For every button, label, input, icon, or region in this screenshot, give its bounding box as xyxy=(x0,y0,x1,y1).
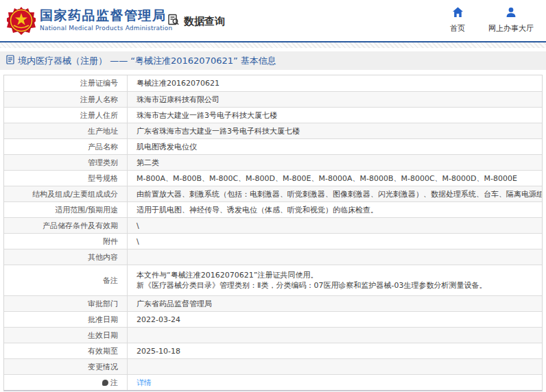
field-label: 备注 xyxy=(4,265,128,295)
field-value: 由前置放大器、刺激系统（包括：电刺激器、听觉刺激器、图像刺激器、闪光刺激器）、数… xyxy=(128,186,542,201)
field-label: 有效期至 xyxy=(4,343,128,358)
table-row-note: 注 详情 xyxy=(4,374,542,390)
field-label: 结构及组成/主要组成成分 xyxy=(4,186,128,201)
table-row: 产品名称 肌电图诱发电位仪 xyxy=(4,138,542,154)
page-header: 国家药品监督管理局 National Medical Products Admi… xyxy=(0,0,546,41)
table-row: 有效期至 2025-10-18 xyxy=(4,343,542,358)
field-label: 注 xyxy=(4,375,128,390)
table-row: 注册人住所 珠海市吉大建业一路3号电子科技大厦七楼 xyxy=(4,107,542,123)
data-query-label: 数据查询 xyxy=(184,15,225,28)
table-row-remark: 备注 本文件与“粤械注准20162070621”注册证共同使用。 新《医疗器械分… xyxy=(4,265,542,295)
hatch-pattern-band xyxy=(0,42,546,48)
table-row: 变更情况 xyxy=(4,358,542,374)
home-icon xyxy=(452,7,464,21)
nav-item-service-hall[interactable]: 网上办事大厅 xyxy=(488,7,534,34)
field-value: 2022-03-24 xyxy=(128,312,542,327)
field-label: 注册人住所 xyxy=(4,108,128,123)
field-label: 管理类别 xyxy=(4,155,128,170)
table-row: 批准日期 2022-03-24 xyxy=(4,311,542,327)
table-row: 生效日期 xyxy=(4,327,542,343)
table-row: 适用范围/预期用途 适用于肌电图、神经传导、诱发电位（体感、听觉和视觉）的临床检… xyxy=(4,201,542,217)
field-label: 注册证编号 xyxy=(4,75,128,91)
field-value: \ xyxy=(128,234,542,249)
nav-label-service-hall: 网上办事大厅 xyxy=(488,23,534,34)
table-row: 审批部门 广东省药品监督管理局 xyxy=(4,295,542,311)
field-label: 适用范围/预期用途 xyxy=(4,202,128,217)
field-value: 珠海市吉大建业一路3号电子科技大厦七楼 xyxy=(128,108,542,123)
note-bullet-icon xyxy=(102,380,108,386)
remark-line-1: 本文件与“粤械注准20162070621”注册证共同使用。 xyxy=(136,270,538,280)
page-title: 境内医疗器械（注册） —— “粤械注准20162070621” 基本信息 xyxy=(18,55,276,67)
field-label: 变更情况 xyxy=(4,359,128,374)
field-value: 肌电图诱发电位仪 xyxy=(128,139,542,154)
table-row: 型号规格 M-800A、M-800B、M-800C、M-800D、M-800E、… xyxy=(4,170,542,186)
table-row: 产品储存条件及有效期 \ xyxy=(4,217,542,233)
table-row: 管理类别 第二类 xyxy=(4,154,542,170)
agency-name-cn: 国家药品监督管理局 xyxy=(40,8,172,23)
field-label: 附件 xyxy=(4,234,128,249)
field-value: 2025-10-18 xyxy=(128,343,542,358)
remark-line-2: 新《医疗器械分类目录》管理类别：Ⅱ类，分类编码：07医用诊察和监护器械-03生理… xyxy=(136,280,538,291)
field-value: 广东省药品监督管理局 xyxy=(128,296,542,311)
field-value: 粤械注准20162070621 xyxy=(128,75,542,91)
field-value: 广东省珠海市吉大建业一路3号电子科技大厦七楼 xyxy=(128,123,542,138)
table-row: 注册证编号 粤械注准20162070621 xyxy=(4,75,542,91)
field-label: 其他内容 xyxy=(4,249,128,265)
field-label: 产品名称 xyxy=(4,139,128,154)
agency-title-block: 国家药品监督管理局 National Medical Products Admi… xyxy=(40,8,172,32)
field-label: 生效日期 xyxy=(4,328,128,343)
agency-name-en: National Medical Products Administration xyxy=(40,25,172,32)
detail-link[interactable]: 详情 xyxy=(136,378,538,388)
field-value: 珠海市迈康科技有限公司 xyxy=(128,92,542,107)
field-value xyxy=(128,328,542,343)
field-value: 详情 xyxy=(128,375,542,390)
field-value: 适用于肌电图、神经传导、诱发电位（体感、听觉和视觉）的临床检查。 xyxy=(128,202,542,217)
document-icon xyxy=(6,54,14,67)
field-value: 本文件与“粤械注准20162070621”注册证共同使用。 新《医疗器械分类目录… xyxy=(128,265,542,295)
breadcrumb: 境内医疗器械（注册） —— “粤械注准20162070621” 基本信息 xyxy=(0,51,546,70)
table-row: 其他内容 xyxy=(4,249,542,265)
field-value: M-800A、M-800B、M-800C、M-800D、M-800E、M-800… xyxy=(128,171,542,186)
field-label: 审批部门 xyxy=(4,296,128,311)
table-row: 生产地址 广东省珠海市吉大建业一路3号电子科技大厦七楼 xyxy=(4,123,542,138)
data-query-tab[interactable]: 数据查询 xyxy=(167,14,225,29)
table-row: 附件 \ xyxy=(4,233,542,249)
nav-label-home: 首页 xyxy=(450,23,465,34)
document-search-icon xyxy=(167,14,180,29)
nmpa-emblem-logo[interactable] xyxy=(7,6,36,35)
field-label: 型号规格 xyxy=(4,171,128,186)
field-value: \ xyxy=(128,218,542,233)
field-label: 批准日期 xyxy=(4,312,128,327)
registration-detail-table: 注册证编号 粤械注准20162070621 注册人名称 珠海市迈康科技有限公司 … xyxy=(3,75,543,391)
field-label: 注册人名称 xyxy=(4,92,128,107)
field-value: 第二类 xyxy=(128,155,542,170)
nav-item-home[interactable]: 首页 xyxy=(450,7,465,34)
person-icon xyxy=(506,7,517,21)
field-label: 产品储存条件及有效期 xyxy=(4,218,128,233)
table-row: 注册人名称 珠海市迈康科技有限公司 xyxy=(4,91,542,107)
header-nav: 首页 网上办事大厅 xyxy=(450,7,534,34)
field-value xyxy=(128,249,542,265)
field-value xyxy=(128,359,542,374)
field-label: 生产地址 xyxy=(4,123,128,138)
table-row: 结构及组成/主要组成成分 由前置放大器、刺激系统（包括：电刺激器、听觉刺激器、图… xyxy=(4,186,542,201)
